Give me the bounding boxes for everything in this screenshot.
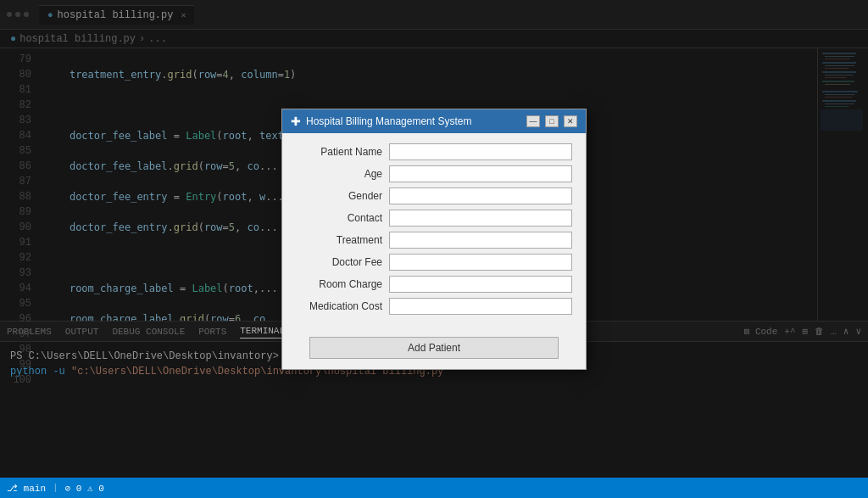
status-bar: ⎇ main | ⊘ 0 ⚠ 0 [0, 478, 868, 498]
dialog-titlebar: ✚ Hospital Billing Management System — □… [282, 109, 586, 133]
dialog-footer: Add Patient [282, 330, 586, 369]
label-room-charge: Room Charge [296, 278, 389, 290]
input-medication-cost[interactable] [389, 298, 572, 315]
status-item: ⎇ main [7, 483, 46, 494]
dialog-minimize-button[interactable]: — [526, 115, 540, 127]
label-doctor-fee: Doctor Fee [296, 256, 389, 268]
add-patient-button[interactable]: Add Patient [309, 337, 558, 359]
form-row-gender: Gender [296, 187, 572, 204]
form-row-doctor-fee: Doctor Fee [296, 254, 572, 271]
input-patient-name[interactable] [389, 143, 572, 160]
input-room-charge[interactable] [389, 276, 572, 293]
dialog-maximize-button[interactable]: □ [545, 115, 559, 127]
form-row-patient-name: Patient Name [296, 143, 572, 160]
label-gender: Gender [296, 190, 389, 202]
dialog-body: Patient Name Age Gender Contact Treatmen… [282, 133, 586, 330]
dialog-window-controls: — □ ✕ [526, 115, 577, 127]
dialog-title-left: ✚ Hospital Billing Management System [291, 115, 471, 128]
label-treatment: Treatment [296, 234, 389, 246]
dialog-close-button[interactable]: ✕ [564, 115, 577, 127]
form-row-medication-cost: Medication Cost [296, 298, 572, 315]
modal-overlay: ✚ Hospital Billing Management System — □… [0, 0, 868, 478]
label-contact: Contact [296, 212, 389, 224]
input-age[interactable] [389, 165, 572, 182]
input-doctor-fee[interactable] [389, 254, 572, 271]
label-patient-name: Patient Name [296, 146, 389, 158]
status-divider: | [53, 483, 58, 493]
label-age: Age [296, 168, 389, 180]
form-row-contact: Contact [296, 210, 572, 227]
dialog-title: Hospital Billing Management System [306, 115, 471, 127]
label-medication-cost: Medication Cost [296, 300, 389, 312]
status-errors: ⊘ 0 ⚠ 0 [65, 483, 104, 494]
input-contact[interactable] [389, 210, 572, 227]
form-row-room-charge: Room Charge [296, 276, 572, 293]
dialog-app-icon: ✚ [291, 115, 301, 128]
hospital-billing-dialog: ✚ Hospital Billing Management System — □… [281, 109, 587, 370]
form-row-treatment: Treatment [296, 232, 572, 249]
input-treatment[interactable] [389, 232, 572, 249]
input-gender[interactable] [389, 187, 572, 204]
form-row-age: Age [296, 165, 572, 182]
